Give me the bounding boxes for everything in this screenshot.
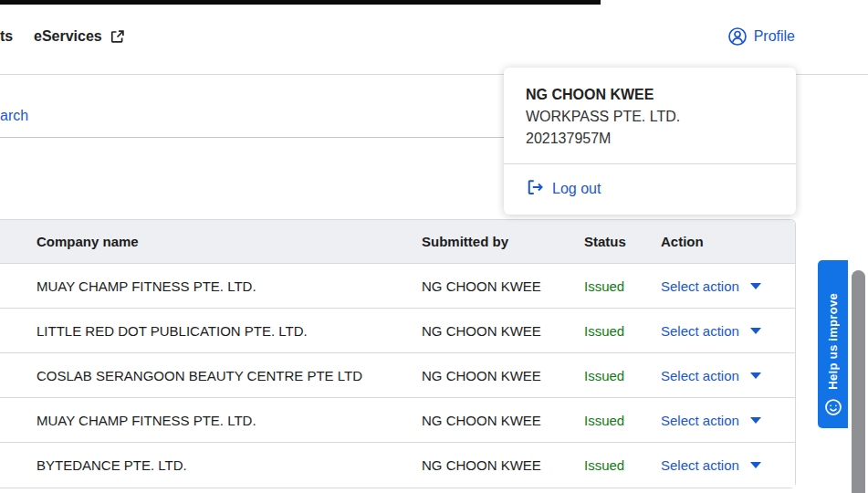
select-action-label: Select action: [661, 278, 739, 294]
nav-item-clipped-label: ts: [0, 28, 13, 45]
status-badge: Issued: [584, 368, 661, 383]
select-action-button[interactable]: Select action: [661, 457, 761, 473]
header-submitted-by: Submitted by: [422, 234, 584, 249]
table-row: BYTEDANCE PTE. LTD. NG CHOON KWEE Issued…: [0, 443, 795, 488]
top-navigation: ts eServices Profile: [0, 5, 868, 75]
header-company-name: Company name: [37, 234, 422, 249]
logout-button[interactable]: Log out: [504, 164, 796, 215]
smiley-icon: [824, 398, 842, 420]
submitted-by-cell: NG CHOON KWEE: [422, 278, 584, 294]
logout-label: Log out: [552, 181, 601, 197]
select-action-button[interactable]: Select action: [661, 368, 761, 383]
submitted-by-cell: NG CHOON KWEE: [422, 368, 584, 383]
chevron-down-icon: [750, 283, 761, 289]
chevron-down-icon: [750, 372, 761, 379]
table-row: LITTLE RED DOT PUBLICATION PTE. LTD. NG …: [0, 309, 795, 353]
nav-item-clipped[interactable]: ts: [0, 28, 13, 45]
submitted-by-cell: NG CHOON KWEE: [422, 323, 584, 339]
chevron-down-icon: [750, 417, 761, 424]
table-row: MUAY CHAMP FITNESS PTE. LTD. NG CHOON KW…: [0, 398, 795, 443]
profile-icon: [727, 26, 748, 47]
select-action-button[interactable]: Select action: [661, 413, 761, 428]
header-action: Action: [661, 234, 795, 249]
select-action-label: Select action: [661, 368, 739, 383]
feedback-label: Help us improve: [826, 293, 840, 390]
chevron-down-icon: [750, 462, 761, 468]
company-name-cell: MUAY CHAMP FITNESS PTE. LTD.: [37, 413, 422, 428]
table-header-row: Company name Submitted by Status Action: [0, 220, 795, 264]
status-badge: Issued: [584, 413, 661, 428]
chevron-down-icon: [750, 328, 761, 334]
user-company: WORKPASS PTE. LTD.: [526, 106, 774, 128]
page: ts eServices Profile: [0, 0, 868, 493]
profile-label: Profile: [754, 28, 795, 45]
company-name-cell: LITTLE RED DOT PUBLICATION PTE. LTD.: [37, 323, 422, 339]
select-action-button[interactable]: Select action: [661, 323, 761, 339]
status-badge: Issued: [584, 323, 661, 339]
submitted-by-cell: NG CHOON KWEE: [422, 457, 584, 473]
nav-eservices-label: eServices: [34, 28, 102, 45]
user-name: NG CHOON KWEE: [526, 84, 774, 106]
results-table: Company name Submitted by Status Action …: [0, 219, 796, 488]
company-name-cell: COSLAB SERANGOON BEAUTY CENTRE PTE LTD: [37, 368, 422, 383]
select-action-label: Select action: [661, 323, 739, 339]
tab-link-clipped[interactable]: arch: [0, 108, 28, 124]
nav-item-eservices[interactable]: eServices: [34, 28, 125, 45]
select-action-label: Select action: [661, 457, 739, 473]
header-status: Status: [584, 234, 661, 249]
select-action-label: Select action: [661, 413, 739, 428]
logout-icon: [526, 178, 544, 200]
company-name-cell: BYTEDANCE PTE. LTD.: [37, 457, 422, 473]
user-uen: 202137957M: [526, 128, 774, 150]
company-name-cell: MUAY CHAMP FITNESS PTE. LTD.: [37, 278, 422, 294]
status-badge: Issued: [584, 278, 661, 294]
tab-link-clipped-label: arch: [0, 108, 28, 123]
submitted-by-cell: NG CHOON KWEE: [422, 413, 584, 428]
external-link-icon: [110, 29, 125, 45]
table-row: MUAY CHAMP FITNESS PTE. LTD. NG CHOON KW…: [0, 264, 795, 309]
profile-menu-button[interactable]: Profile: [727, 26, 795, 47]
profile-info-block: NG CHOON KWEE WORKPASS PTE. LTD. 2021379…: [504, 68, 796, 163]
profile-dropdown-panel: NG CHOON KWEE WORKPASS PTE. LTD. 2021379…: [504, 68, 796, 215]
status-badge: Issued: [584, 457, 661, 473]
feedback-tab[interactable]: Help us improve: [818, 260, 848, 428]
select-action-button[interactable]: Select action: [661, 278, 761, 294]
table-row: COSLAB SERANGOON BEAUTY CENTRE PTE LTD N…: [0, 353, 795, 398]
vertical-scrollbar-thumb[interactable]: [852, 270, 865, 493]
